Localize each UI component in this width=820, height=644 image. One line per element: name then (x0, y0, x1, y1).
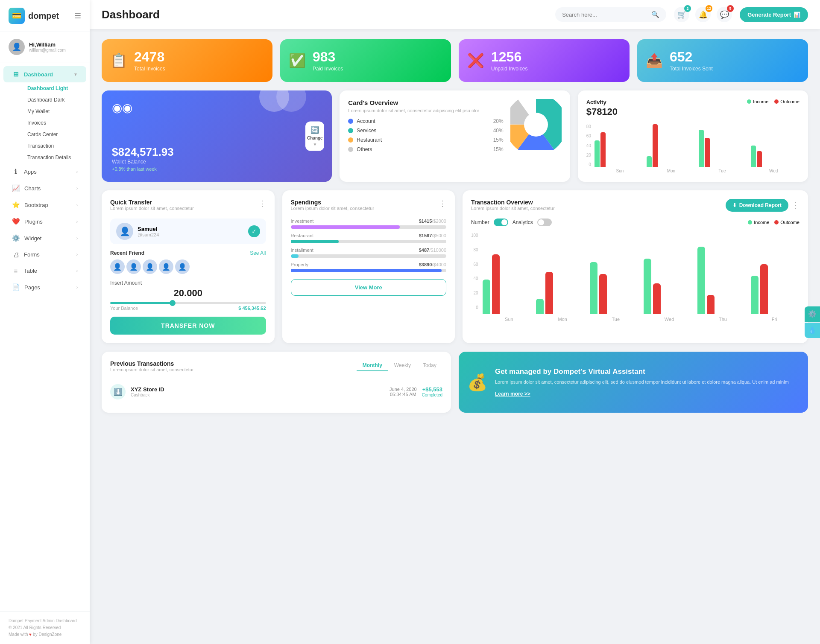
card-overview-title: Card's Overview (348, 99, 503, 106)
more-menu-icon[interactable]: ⋮ (258, 199, 266, 208)
sidebar-item-dashboard[interactable]: ⊞ Dashboard ▼ (3, 66, 86, 82)
cart-button[interactable]: 🛒2 (674, 7, 689, 22)
tx-status: Completed (422, 393, 442, 397)
friend-avatar: 👤 (175, 259, 190, 274)
wallet-change: +0.8% than last week (112, 166, 322, 172)
tx-tabs: Monthly Weekly Today (357, 360, 442, 371)
logo-icon: 💳 (9, 8, 25, 24)
legend-label: Account (357, 118, 375, 124)
stat-label: Total Invoices (134, 66, 165, 72)
bar-labels: SunMonTueWed (594, 169, 800, 173)
legend-pct: 20% (493, 118, 504, 124)
page-title: Dashboard (102, 8, 548, 21)
header: Dashboard 🔍 🛒2 🔔12 💬5 Generate Report 📊 (90, 0, 820, 29)
quick-transfer-card: Quick Transfer Lorem ipsum dolor sit ame… (102, 190, 275, 343)
chevron-right-icon: › (76, 236, 78, 241)
tab-weekly[interactable]: Weekly (388, 360, 417, 371)
view-more-button[interactable]: View More (291, 279, 447, 296)
legend-pct: 40% (493, 128, 504, 134)
table-row: ⬇️ XYZ Store ID Cashback June 4, 2020 05… (110, 380, 442, 404)
analytics-toggle[interactable] (537, 219, 552, 226)
floating-buttons: ⚙️ 💧 (805, 306, 820, 338)
search-input[interactable] (562, 12, 648, 18)
main-content: Dashboard 🔍 🛒2 🔔12 💬5 Generate Report 📊 (90, 0, 820, 644)
submenu-item-cards-center[interactable]: Cards Center (19, 129, 86, 140)
invoice-icon: 📋 (110, 52, 127, 69)
user-card: 👤 Samuel @sam224 ✓ (110, 219, 266, 244)
change-button[interactable]: 🔄 Change ▼ (305, 122, 324, 151)
number-toggle[interactable] (494, 219, 508, 226)
middle-row: ◉◉ $824,571.93 Wallet Balance +0.8% than… (102, 90, 808, 182)
more-menu-icon[interactable]: ⋮ (792, 201, 800, 210)
va-desc: Lorem ipsum dolor sit amet, consectetur … (495, 379, 800, 386)
download-icon: ⬇ (732, 202, 737, 208)
refresh-icon: 🔄 (310, 126, 319, 134)
learn-more-link[interactable]: Learn more >> (495, 391, 530, 397)
stat-number: 2478 (134, 50, 165, 64)
card-overview: Card's Overview Lorem ipsum dolor sit am… (340, 90, 570, 182)
transfer-now-button[interactable]: TRANSFER NOW (110, 317, 266, 335)
more-menu-icon[interactable]: ⋮ (439, 199, 446, 208)
va-icon: 💰 (467, 373, 487, 392)
spending-label: Investment (291, 219, 314, 224)
tab-monthly[interactable]: Monthly (357, 360, 388, 371)
legend-label: Others (357, 146, 372, 152)
chat-button[interactable]: 💬5 (717, 7, 732, 22)
submenu-item-my-wallet[interactable]: My Wallet (19, 106, 86, 117)
submenu-item-invoices[interactable]: Invoices (19, 117, 86, 128)
hamburger-menu[interactable]: ☰ (74, 11, 81, 20)
apps-icon: ℹ (12, 168, 20, 175)
dashboard-icon: ⊞ (12, 70, 20, 78)
dashboard-submenu: Dashboard Light Dashboard Dark My Wallet… (0, 83, 90, 163)
tab-today[interactable]: Today (417, 360, 442, 371)
chevron-right-icon: › (76, 219, 78, 224)
sidebar-item-pages[interactable]: 📄 Pages › (3, 279, 86, 295)
sidebar: 💳 dompet ☰ 👤 Hi,William william@gmail.co… (0, 0, 90, 644)
submenu-item-transaction-details[interactable]: Transaction Details (19, 152, 86, 163)
submenu-item-transaction[interactable]: Transaction (19, 140, 86, 152)
tx-date: June 4, 2020 (390, 387, 417, 392)
sidebar-item-table[interactable]: ≡ Table › (3, 263, 86, 279)
recent-label: Recent Friend (110, 250, 144, 256)
transaction-bars (483, 237, 800, 314)
sidebar-item-label: Apps (24, 169, 37, 175)
bell-button[interactable]: 🔔12 (695, 7, 711, 22)
stat-card-total-sent: 📤 652 Total Invoices Sent (637, 39, 808, 82)
sidebar-item-forms[interactable]: 🖨 Forms › (3, 247, 86, 262)
last-row: Previous Transactions Lorem ipsum dolor … (102, 352, 808, 413)
stats-row: 📋 2478 Total Invoices ✅ 983 Paid Invoice… (102, 39, 808, 82)
slider[interactable] (110, 302, 266, 304)
sent-icon: 📤 (646, 52, 663, 69)
spendings-title: Spendings (291, 199, 375, 206)
sidebar-item-plugins[interactable]: ❤️ Plugins › (3, 213, 86, 230)
income-label: Income (754, 220, 769, 225)
sidebar-item-bootstrap[interactable]: ⭐ Bootstrap › (3, 197, 86, 213)
bell-badge: 12 (706, 5, 712, 12)
friend-avatar: 👤 (143, 259, 157, 274)
water-float-button[interactable]: 💧 (805, 323, 820, 338)
tx-sub: Cashback (131, 393, 384, 397)
sidebar-item-charts[interactable]: 📈 Charts › (3, 180, 86, 196)
balance-value: $ 456,345.62 (238, 306, 266, 311)
spending-label: Restaurant (291, 233, 314, 238)
sidebar-item-apps[interactable]: ℹ Apps › (3, 163, 86, 180)
avatars-row: 👤 👤 👤 👤 👤 (110, 259, 266, 274)
stat-label: Unpaid Invoices (491, 66, 527, 72)
search-icon: 🔍 (651, 11, 659, 18)
settings-float-button[interactable]: ⚙️ (805, 306, 820, 322)
chevron-right-icon: › (76, 285, 78, 290)
submenu-item-dashboard-light[interactable]: Dashboard Light (19, 83, 86, 94)
wallet-card: ◉◉ $824,571.93 Wallet Balance +0.8% than… (102, 90, 332, 182)
download-report-button[interactable]: ⬇ Download Report (726, 199, 788, 212)
charts-icon: 📈 (12, 184, 20, 192)
generate-report-button[interactable]: Generate Report 📊 (740, 7, 808, 22)
see-all-link[interactable]: See All (250, 250, 266, 256)
sidebar-footer: Dompet Payment Admin Dashboard © 2021 Al… (0, 611, 90, 644)
chevron-right-icon: › (76, 203, 78, 207)
activity-amount: $78120 (586, 106, 618, 117)
paid-icon: ✅ (289, 52, 306, 69)
sidebar-item-widget[interactable]: ⚙️ Widget › (3, 230, 86, 246)
submenu-item-dashboard-dark[interactable]: Dashboard Dark (19, 94, 86, 105)
spending-items: Investment $1415/$2000 Restaurant $1567/… (291, 219, 447, 272)
recent-friend-row: Recent Friend See All (110, 250, 266, 256)
